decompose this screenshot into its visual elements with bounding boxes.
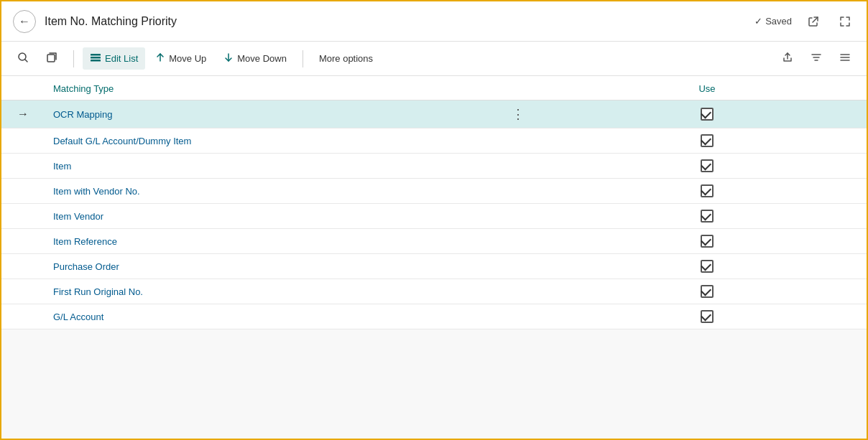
table-row[interactable]: Purchase Order xyxy=(1,254,867,279)
row-matching-type: OCR Mapping xyxy=(45,100,490,128)
row-matching-type: Item Vendor xyxy=(45,204,490,229)
saved-label: Saved xyxy=(765,16,792,27)
saved-status: ✓ Saved xyxy=(754,16,792,27)
use-checkbox[interactable] xyxy=(701,159,714,172)
move-up-icon xyxy=(155,52,165,65)
toolbar: Edit List Move Up Move Down More option xyxy=(1,42,867,76)
filter-icon xyxy=(811,52,822,65)
edit-list-button[interactable]: Edit List xyxy=(83,47,145,70)
row-arrow-cell xyxy=(1,229,45,254)
menu-button[interactable] xyxy=(832,47,858,70)
row-use-cell[interactable] xyxy=(548,204,867,229)
svg-rect-2 xyxy=(91,54,101,56)
row-use-cell[interactable] xyxy=(548,100,867,128)
use-checkbox[interactable] xyxy=(701,285,714,298)
table-body: →OCR Mapping⋮Default G/L Account/Dummy I… xyxy=(1,100,867,329)
row-dots-cell[interactable] xyxy=(490,179,548,204)
more-options-button[interactable]: More options xyxy=(312,49,380,68)
move-down-button[interactable]: Move Down xyxy=(216,48,294,69)
row-dots-cell[interactable] xyxy=(490,304,548,329)
more-options-label: More options xyxy=(319,53,373,64)
content-area: Matching Type Use →OCR Mapping⋮Default G… xyxy=(1,76,867,439)
menu-icon xyxy=(839,52,851,65)
row-use-cell[interactable] xyxy=(548,254,867,279)
share-button[interactable] xyxy=(775,47,800,70)
table-row[interactable]: Default G/L Account/Dummy Item xyxy=(1,128,867,154)
move-down-icon xyxy=(223,52,234,65)
use-checkbox[interactable] xyxy=(701,260,714,273)
page-title: Item No. Matching Priority xyxy=(45,15,754,28)
row-arrow-cell xyxy=(1,279,45,304)
col-header-dots xyxy=(490,76,548,100)
row-arrow-cell xyxy=(1,179,45,204)
row-arrow-cell xyxy=(1,128,45,154)
row-dots-cell[interactable] xyxy=(490,204,548,229)
row-matching-type: Purchase Order xyxy=(45,254,490,279)
table-row[interactable]: Item Reference xyxy=(1,229,867,254)
row-matching-type: G/L Account xyxy=(45,304,490,329)
move-down-label: Move Down xyxy=(237,53,287,64)
matching-table: Matching Type Use →OCR Mapping⋮Default G… xyxy=(1,76,867,329)
use-checkbox[interactable] xyxy=(701,310,714,323)
row-dots-cell[interactable] xyxy=(490,254,548,279)
row-matching-type: Item xyxy=(45,154,490,179)
edit-list-icon xyxy=(90,52,101,65)
saved-check-icon: ✓ xyxy=(754,16,762,27)
copy-rows-button[interactable] xyxy=(39,47,65,70)
table-row[interactable]: Item with Vendor No. xyxy=(1,179,867,204)
use-checkbox[interactable] xyxy=(701,235,714,248)
col-header-arrow xyxy=(1,76,45,100)
row-use-cell[interactable] xyxy=(548,128,867,154)
toolbar-separator-2 xyxy=(303,50,303,67)
use-checkbox[interactable] xyxy=(701,184,714,197)
col-header-use: Use xyxy=(548,76,867,100)
row-dots-cell[interactable] xyxy=(490,279,548,304)
table-row[interactable]: Item xyxy=(1,154,867,179)
row-matching-type: Item with Vendor No. xyxy=(45,179,490,204)
fullscreen-button[interactable] xyxy=(835,11,855,32)
table-row[interactable]: Item Vendor xyxy=(1,204,867,229)
table-row[interactable]: First Run Original No. xyxy=(1,279,867,304)
search-button[interactable] xyxy=(10,47,36,70)
use-checkbox[interactable] xyxy=(701,108,714,121)
toolbar-separator-1 xyxy=(73,50,74,67)
edit-list-label: Edit List xyxy=(105,53,138,64)
table-row[interactable]: G/L Account xyxy=(1,304,867,329)
row-arrow-cell xyxy=(1,204,45,229)
row-arrow-cell xyxy=(1,254,45,279)
table-row[interactable]: →OCR Mapping⋮ xyxy=(1,100,867,128)
back-icon: ← xyxy=(19,15,30,28)
row-arrow-cell xyxy=(1,154,45,179)
move-up-button[interactable]: Move Up xyxy=(148,48,213,69)
row-dots-cell[interactable] xyxy=(490,128,548,154)
external-link-button[interactable] xyxy=(803,11,823,32)
search-icon xyxy=(17,52,29,65)
row-dots-cell[interactable]: ⋮ xyxy=(490,100,548,128)
row-use-cell[interactable] xyxy=(548,304,867,329)
row-use-cell[interactable] xyxy=(548,279,867,304)
row-dots-cell[interactable] xyxy=(490,229,548,254)
header-actions: ✓ Saved xyxy=(754,11,855,32)
header: ← Item No. Matching Priority ✓ Saved xyxy=(1,1,867,42)
row-use-cell[interactable] xyxy=(548,154,867,179)
app-window: ← Item No. Matching Priority ✓ Saved xyxy=(0,0,868,440)
row-matching-type: Item Reference xyxy=(45,229,490,254)
row-arrow-cell xyxy=(1,304,45,329)
row-use-cell[interactable] xyxy=(548,179,867,204)
use-checkbox[interactable] xyxy=(701,134,714,147)
row-arrow-cell: → xyxy=(1,100,45,128)
copy-rows-icon xyxy=(46,52,57,65)
move-up-label: Move Up xyxy=(169,53,206,64)
toolbar-right xyxy=(775,47,858,70)
share-icon xyxy=(782,52,793,65)
back-button[interactable]: ← xyxy=(13,10,36,33)
row-dots-cell[interactable] xyxy=(490,154,548,179)
row-use-cell[interactable] xyxy=(548,229,867,254)
col-header-matching-type: Matching Type xyxy=(45,76,490,100)
svg-rect-3 xyxy=(91,57,101,59)
svg-rect-4 xyxy=(91,60,101,62)
row-matching-type: Default G/L Account/Dummy Item xyxy=(45,128,490,154)
row-matching-type: First Run Original No. xyxy=(45,279,490,304)
filter-button[interactable] xyxy=(803,47,829,70)
use-checkbox[interactable] xyxy=(701,210,714,223)
